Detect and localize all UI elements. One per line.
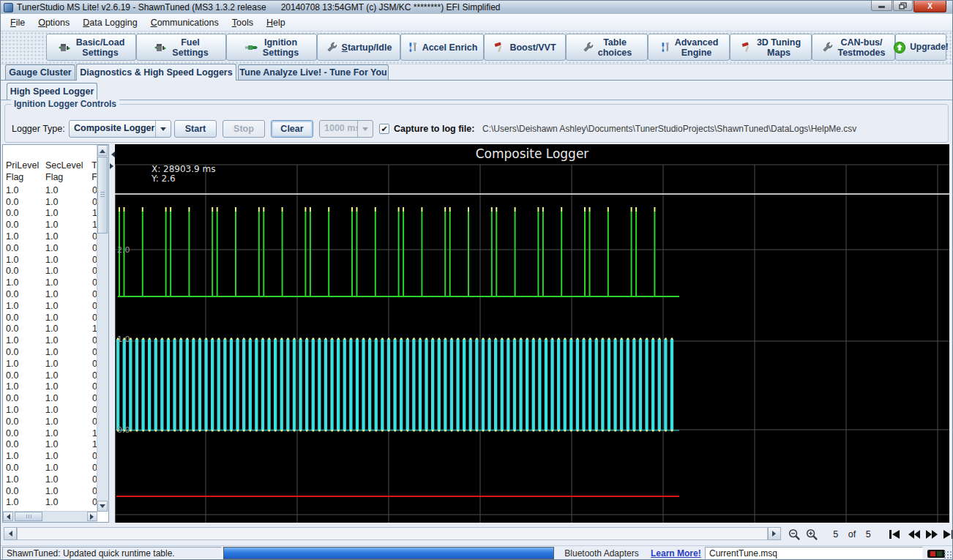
capture-to-log-checkbox[interactable]: ✔ xyxy=(379,124,389,134)
collapse-left-icon[interactable] xyxy=(108,152,115,157)
table-row[interactable]: 0.01.01 xyxy=(3,208,97,220)
table-row[interactable]: 0.01.00 xyxy=(3,392,97,404)
resize-grip[interactable] xyxy=(943,550,952,559)
menu-options[interactable]: Options xyxy=(31,15,76,30)
table-cell: 1.0 xyxy=(45,463,85,473)
chart-scroll-right-button[interactable] xyxy=(768,527,781,540)
progress-bar xyxy=(223,547,554,559)
composite-logger-chart[interactable]: 2.01.00.0Composite LoggerX: 28903.9 msY:… xyxy=(115,144,949,523)
table-horizontal-scrollbar[interactable] xyxy=(3,511,97,522)
table-row[interactable]: 0.01.01 xyxy=(3,219,97,231)
toolbar-button-3d-tuning-maps[interactable]: 3D Tuning Maps xyxy=(730,34,812,61)
table-row[interactable]: 0.01.00 xyxy=(3,346,97,358)
minimize-button[interactable] xyxy=(871,1,892,11)
table-row[interactable]: 1.01.00 xyxy=(3,381,97,393)
table-row[interactable]: 1.01.00 xyxy=(3,335,97,346)
table-row[interactable]: 0.01.00 xyxy=(3,416,97,428)
table-row[interactable]: 1.01.00 xyxy=(3,358,97,370)
table-row[interactable]: 1.01.00 xyxy=(3,277,97,288)
table-row[interactable]: 1.01.00 xyxy=(3,184,97,196)
table-cell: 0 xyxy=(85,185,97,195)
menu-data-logging[interactable]: Data Logging xyxy=(76,15,143,30)
table-row[interactable]: 0.01.00 xyxy=(3,266,97,277)
table-row[interactable]: 1.01.00 xyxy=(3,404,97,416)
scroll-up-button[interactable] xyxy=(97,145,108,156)
table-row[interactable]: 1.01.00 xyxy=(3,497,97,509)
previous-page-button[interactable] xyxy=(907,528,922,541)
table-cell: 1.0 xyxy=(45,417,85,427)
learn-more-link[interactable]: Learn More! xyxy=(651,548,701,559)
menu-help[interactable]: Help xyxy=(260,15,292,30)
toolbar-button-table-choices[interactable]: Table choices xyxy=(566,34,648,61)
table-cell: 1.0 xyxy=(45,428,85,438)
toolbar-button-can-bus-testmodes[interactable]: CAN-bus/ Testmodes xyxy=(812,34,895,61)
table-cell: 0 xyxy=(85,243,97,253)
toolbar-button-advanced-engine[interactable]: Advanced Engine xyxy=(648,34,730,61)
zoom-in-button[interactable] xyxy=(804,528,819,541)
column-header: Flag xyxy=(45,172,85,182)
table-row[interactable]: 0.01.01 xyxy=(3,428,97,439)
toolbar-button-accel-enrich[interactable]: Accel Enrich xyxy=(400,34,484,61)
tab-gauge-cluster[interactable]: Gauge Cluster xyxy=(5,64,75,80)
menu-tools[interactable]: Tools xyxy=(225,15,260,30)
menu-file[interactable]: File xyxy=(4,15,31,30)
table-cell: 0.0 xyxy=(3,463,45,473)
logger-data-table-panel: PriLevel SecLevel T Flag Flag F 1.01.000… xyxy=(2,144,109,523)
scroll-left-button[interactable] xyxy=(3,512,13,521)
chart-scroll-left-button[interactable] xyxy=(4,527,17,540)
scroll-right-button[interactable] xyxy=(87,512,97,521)
table-cell: 0 xyxy=(85,370,97,381)
table-row[interactable]: 0.01.00 xyxy=(3,370,97,381)
subtab-high-speed-logger[interactable]: High Speed Logger xyxy=(7,83,97,100)
table-row[interactable]: 0.01.00 xyxy=(3,312,97,324)
toolbar-button-ignition-settings[interactable]: Ignition Settings xyxy=(226,34,317,61)
toolbar-button-boost-vvt[interactable]: Boost/VVT xyxy=(484,34,566,61)
stop-button[interactable]: Stop xyxy=(223,120,265,138)
restore-button[interactable] xyxy=(893,1,913,11)
column-header: Flag xyxy=(3,172,45,182)
led-green-icon xyxy=(937,551,942,556)
table-row[interactable]: 1.01.00 xyxy=(3,450,97,462)
toolbar-button-fuel-settings[interactable]: Fuel Settings xyxy=(136,34,226,61)
arrow-right-icon xyxy=(772,531,779,537)
table-row[interactable]: 0.01.00 xyxy=(3,462,97,474)
toolbar-button-basic-load-settings[interactable]: Basic/Load Settings xyxy=(46,34,136,61)
tab-diagnostics-high-speed-loggers[interactable]: Diagnostics & High Speed Loggers xyxy=(76,64,236,81)
table-row[interactable]: 0.01.00 xyxy=(3,242,97,254)
toolbar-button-upgrade[interactable]: Upgrade! xyxy=(895,34,946,61)
toolbar-button-startup-idle[interactable]: Startup/Idle xyxy=(317,34,400,61)
table-row[interactable]: 0.01.00 xyxy=(3,485,97,497)
splitpane-divider[interactable] xyxy=(109,144,115,523)
table-row[interactable]: 1.01.00 xyxy=(3,254,97,266)
start-button[interactable]: Start xyxy=(174,120,217,138)
table-cell: 1.0 xyxy=(45,474,85,485)
close-button[interactable]: X xyxy=(913,1,946,12)
title-bar: TunerStudio MS Lite! v2.6.19 - ShawnTune… xyxy=(1,1,952,14)
minimize-icon xyxy=(878,6,885,8)
zoom-out-button[interactable] xyxy=(787,528,801,541)
table-row[interactable]: 1.01.00 xyxy=(3,300,97,312)
table-row[interactable]: 0.01.01 xyxy=(3,439,97,451)
next-page-button[interactable] xyxy=(924,528,939,541)
table-cell: 1.0 xyxy=(3,497,45,507)
vertical-scroll-thumb[interactable] xyxy=(97,157,108,234)
clear-button[interactable]: Clear xyxy=(271,120,313,138)
table-row[interactable]: 1.01.00 xyxy=(3,231,97,242)
interval-select[interactable]: 1000 ms xyxy=(319,120,373,138)
tab-tune-analyze-live[interactable]: Tune Analyze Live! - Tune For You xyxy=(238,64,389,80)
first-page-button[interactable] xyxy=(888,528,902,541)
table-row[interactable]: 0.01.00 xyxy=(3,196,97,208)
logger-type-select[interactable]: Composite Logger xyxy=(69,120,171,138)
last-page-button[interactable] xyxy=(941,528,953,541)
table-cell: 0 xyxy=(85,451,97,461)
table-row[interactable]: 1.01.00 xyxy=(3,474,97,485)
spark-plug-icon xyxy=(244,42,259,53)
menu-communications[interactable]: Communications xyxy=(144,15,225,30)
table-row[interactable]: 0.01.00 xyxy=(3,288,97,300)
table-vertical-scrollbar[interactable] xyxy=(97,145,108,512)
horizontal-scroll-thumb[interactable] xyxy=(15,512,42,521)
chart-scrollbar-track[interactable] xyxy=(17,527,768,540)
scroll-down-button[interactable] xyxy=(97,501,108,512)
wrench-icon xyxy=(582,41,594,53)
table-row[interactable]: 0.01.01 xyxy=(3,324,97,335)
